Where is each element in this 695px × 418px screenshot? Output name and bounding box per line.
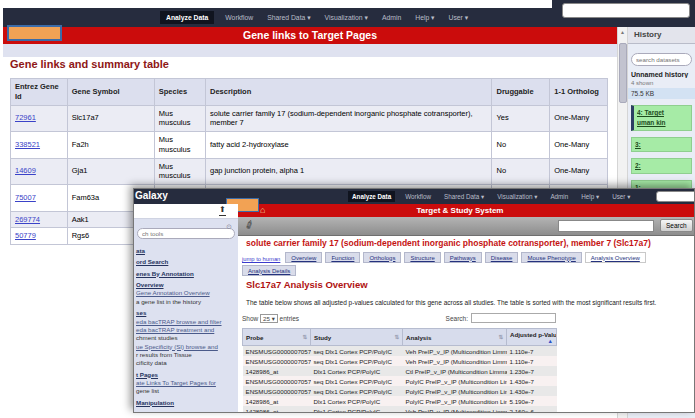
- entrez-gene-link[interactable]: 14609: [15, 166, 36, 175]
- sort-icon[interactable]: ⇅: [302, 334, 307, 340]
- tab-analysis-details[interactable]: Analysis Details: [242, 265, 296, 276]
- column-header-probe[interactable]: Probe⇅: [243, 329, 311, 346]
- datatable-controls: Show 25 ▾ entries Search:: [242, 313, 556, 323]
- tab-analysis-overview[interactable]: Analysis Overview: [585, 252, 646, 263]
- tab-disease[interactable]: Disease: [485, 252, 519, 263]
- upload-icon[interactable]: ⬆: [219, 205, 226, 216]
- history-header: History: [628, 27, 695, 44]
- table-row: ENSMUSG00000070570seq Dlx1 Cortex PCP/Po…: [243, 356, 557, 366]
- cell-study: Dlx1 Cortex PCP/PolyIC: [311, 406, 403, 413]
- tool-link[interactable]: ue Specificity (SI) browse and: [136, 343, 238, 351]
- tab-structure[interactable]: Structure: [404, 252, 440, 263]
- nav-item-user[interactable]: User ▾: [446, 12, 472, 24]
- entrez-gene-link[interactable]: 269774: [15, 215, 40, 224]
- nav-item-admin[interactable]: Admin: [547, 191, 571, 202]
- dataset-label: 4: Target: [637, 108, 688, 118]
- entrez-gene-link[interactable]: 72961: [15, 113, 36, 122]
- tool-link[interactable]: ate Links To Target Pages for: [136, 379, 238, 387]
- entrez-gene-link[interactable]: 50779: [15, 231, 36, 240]
- tab-overview[interactable]: Overview: [285, 252, 322, 263]
- nav-item-help[interactable]: Help ▾: [578, 191, 602, 202]
- tool-link[interactable]: enes By Annotation: [136, 270, 238, 278]
- column-header-analysis[interactable]: Analysis⇅: [403, 329, 507, 346]
- pin-icon[interactable]: ✐: [243, 218, 257, 234]
- home-icon[interactable]: ⌂: [260, 204, 265, 216]
- clear-search-icon[interactable]: ⊙: [226, 223, 232, 231]
- history-name[interactable]: Unnamed history: [631, 71, 692, 78]
- galaxy-logo[interactable]: Galaxy: [135, 190, 168, 201]
- tool-description: gene list: [136, 387, 238, 395]
- scrollbar-thumb[interactable]: [619, 43, 627, 103]
- nav-item-admin[interactable]: Admin: [379, 12, 404, 23]
- page-size-select[interactable]: 25 ▾: [260, 314, 278, 323]
- history-body: Unnamed history 4 shown 75.5 KB 4: Targe…: [628, 44, 695, 206]
- tab-orthologs[interactable]: Orthologs: [363, 252, 401, 263]
- column-header-species: Species: [154, 79, 205, 106]
- analysis-overview-heading: Slc17a7 Analysis Overview: [246, 279, 368, 290]
- dataset-label: 2:: [635, 161, 688, 171]
- nav-item-shared-data[interactable]: Shared Data ▾: [441, 191, 487, 202]
- masthead-search-input[interactable]: [656, 191, 695, 202]
- tool-link[interactable]: ses: [136, 309, 238, 317]
- sort-icon[interactable]: ⇅: [498, 334, 503, 340]
- page-banner: Target & Study System: [224, 204, 695, 217]
- nav-item-visualization[interactable]: Visualization ▾: [322, 12, 371, 24]
- tab-function[interactable]: Function: [325, 252, 360, 263]
- tool-link[interactable]: and Sort: [136, 410, 238, 412]
- history-search-input[interactable]: [631, 53, 692, 66]
- cell-analysis: PolyIC PreIP_v_IP (Multicondition Limma): [403, 376, 507, 386]
- table-search-input[interactable]: [471, 313, 556, 323]
- highlighted-logo-box[interactable]: [7, 25, 62, 41]
- entrez-gene-link[interactable]: 75007: [15, 193, 36, 202]
- cell-description: solute carrier family 17 (sodium-depende…: [205, 105, 492, 132]
- tool-link[interactable]: eda bacTRAP browse and filter: [136, 318, 238, 326]
- jump-to-human-link[interactable]: jump to human: [242, 256, 280, 263]
- cell-adjusted-p-value: 1.430e-7: [507, 376, 557, 386]
- tool-link[interactable]: Gene Annotation Overview: [136, 289, 238, 297]
- tool-link[interactable]: ord Search: [136, 258, 238, 266]
- nav-item-shared-data[interactable]: Shared Data ▾: [264, 12, 313, 24]
- nav-item-analyze-data[interactable]: Analyze Data: [348, 191, 395, 202]
- nav-item-workflow[interactable]: Workflow: [222, 12, 256, 23]
- table-row: ENSMUSG00000070570seq Dlx1 Cortex PCP/Po…: [243, 386, 557, 396]
- history-dataset-item[interactable]: 4: Targetuman kin: [631, 105, 692, 131]
- gene-tabs-row2: Analysis Details: [242, 265, 296, 276]
- column-header-adjusted-p-value[interactable]: Adjusted p-Value▲: [507, 329, 557, 346]
- entrez-gene-link[interactable]: 338521: [15, 140, 40, 149]
- tool-link[interactable]: eda bacTRAP treatment and: [136, 326, 238, 334]
- nav-item-workflow[interactable]: Workflow: [402, 191, 434, 202]
- history-dataset-item[interactable]: 3:: [631, 137, 692, 153]
- history-dataset-item[interactable]: 2:: [631, 158, 692, 174]
- column-header-study[interactable]: Study⇅: [311, 329, 403, 346]
- sort-ascending-icon[interactable]: ▲: [548, 338, 553, 344]
- tool-link[interactable]: Manipulation: [136, 399, 238, 407]
- nav-item-analyze-data[interactable]: Analyze Data: [160, 11, 214, 24]
- cell-entrez-gene-id: 72961: [11, 105, 68, 132]
- tool-link[interactable]: t Pages: [136, 371, 238, 379]
- nav-item-user[interactable]: User ▾: [609, 191, 633, 202]
- tab-mouse-phenotype[interactable]: Mouse Phenotype: [521, 252, 581, 263]
- search-button[interactable]: Search: [660, 219, 693, 232]
- tool-link[interactable]: ata: [136, 247, 238, 255]
- masthead-menu: Analyze DataWorkflowShared Data ▾Visuali…: [348, 189, 633, 204]
- analysis-table: Probe⇅Study⇅Analysis⇅Adjusted p-Value▲ E…: [242, 328, 557, 413]
- page-banner: Gene links to Target Pages: [3, 27, 617, 44]
- show-label: Show: [242, 315, 258, 322]
- nav-item-help[interactable]: Help ▾: [412, 12, 437, 24]
- cell-1-1-ortholog: One-Many: [550, 105, 608, 132]
- page-search-input[interactable]: [558, 220, 654, 232]
- tab-pathways[interactable]: Pathways: [444, 252, 482, 263]
- tool-link[interactable]: Overview: [136, 281, 238, 289]
- cell-adjusted-p-value: 1.110e-7: [507, 356, 557, 366]
- gene-tabs: OverviewFunctionOrthologsStructurePathwa…: [285, 252, 645, 263]
- masthead-search-input[interactable]: [562, 3, 690, 18]
- nav-item-visualization[interactable]: Visualization ▾: [494, 191, 540, 202]
- cell-adjusted-p-value: 1.430e-7: [507, 386, 557, 396]
- cell-1-1-ortholog: One-Many: [550, 132, 608, 159]
- cell-probe: 1428986_at: [243, 406, 311, 413]
- column-header-description: Description: [205, 79, 492, 106]
- tool-search-input[interactable]: [137, 228, 235, 239]
- scroll-up-icon[interactable]: ▲: [618, 27, 627, 35]
- sort-icon[interactable]: ⇅: [394, 334, 399, 340]
- table-header-row: Probe⇅Study⇅Analysis⇅Adjusted p-Value▲: [243, 329, 557, 346]
